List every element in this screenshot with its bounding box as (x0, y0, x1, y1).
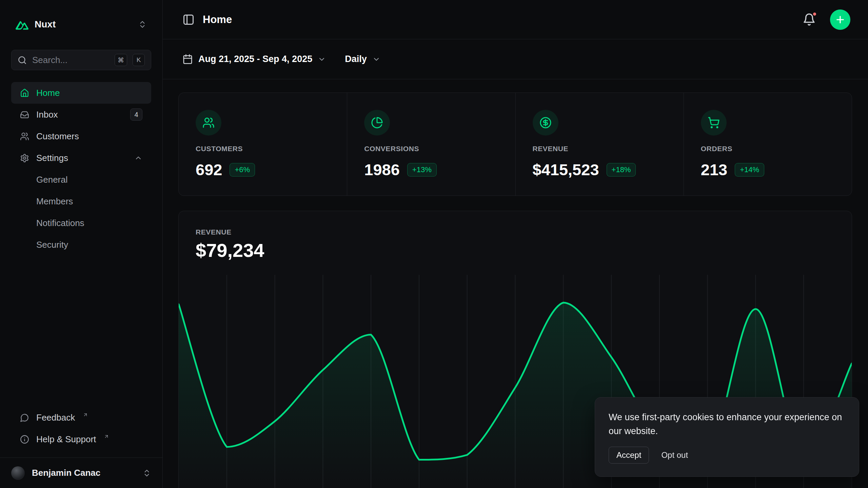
inbox-icon (20, 110, 29, 119)
opt-out-button[interactable]: Opt out (661, 450, 688, 460)
stat-value: 692 (196, 160, 222, 179)
user-menu[interactable]: Benjamin Canac (0, 458, 162, 488)
sidebar-toggle-icon[interactable] (182, 14, 195, 26)
revenue-chart-header: REVENUE $79,234 (179, 211, 852, 260)
chat-bubble-icon (20, 413, 29, 422)
stat-value: 1986 (364, 160, 400, 179)
sidebar-spacer (0, 256, 162, 407)
notifications-button[interactable] (801, 11, 818, 28)
calendar-icon (182, 54, 193, 64)
stat-card-conversions[interactable]: CONVERSIONS 1986 +13% (347, 93, 515, 196)
add-button[interactable] (830, 9, 850, 30)
stat-value: $415,523 (533, 160, 599, 179)
sidebar-item-label: Settings (36, 153, 68, 163)
plus-icon (835, 14, 846, 25)
sidebar-footer: Feedback Help & Support (0, 407, 162, 458)
search-icon (18, 56, 27, 65)
user-name: Benjamin Canac (32, 468, 100, 478)
delta-badge: +14% (735, 163, 764, 177)
sidebar-item-label: Inbox (36, 109, 58, 120)
page-title: Home (203, 14, 232, 26)
filters-bar: Aug 21, 2025 - Sep 4, 2025 Daily (163, 39, 868, 79)
workspace-switcher[interactable]: Nuxt (11, 14, 151, 35)
sidebar-subitem-label: Members (36, 196, 73, 207)
chevrons-up-down-icon (142, 469, 151, 477)
sidebar-nav: Home Inbox 4 Customers Settings (0, 70, 162, 256)
date-range-label: Aug 21, 2025 - Sep 4, 2025 (198, 54, 312, 64)
stat-label: REVENUE (533, 145, 667, 153)
sidebar-subitem-label: Notifications (36, 218, 84, 228)
users-icon (196, 110, 221, 136)
workspace-name: Nuxt (35, 19, 56, 30)
users-icon (20, 132, 29, 141)
cookie-actions: Accept Opt out (609, 447, 845, 464)
sidebar-item-label: Customers (36, 131, 79, 142)
stat-card-customers[interactable]: CUSTOMERS 692 +6% (179, 93, 347, 196)
notification-dot (812, 12, 817, 17)
sidebar-item-help-support[interactable]: Help & Support (11, 428, 151, 450)
chevron-down-icon (372, 55, 380, 63)
chevron-down-icon (318, 55, 326, 63)
sidebar: Nuxt Search... ⌘ K Home (0, 0, 163, 488)
sidebar-item-label: Help & Support (36, 434, 96, 445)
home-icon (20, 88, 29, 98)
delta-badge: +6% (230, 163, 255, 177)
external-link-icon (83, 412, 88, 418)
pie-chart-icon (364, 110, 390, 136)
sidebar-subitem-label: Security (36, 240, 68, 250)
search-placeholder: Search... (32, 55, 109, 65)
sidebar-top: Nuxt (0, 0, 162, 35)
kbd-k: K (133, 54, 145, 66)
sidebar-item-feedback[interactable]: Feedback (11, 407, 151, 428)
sidebar-item-label: Feedback (36, 412, 75, 423)
header-actions (801, 9, 850, 30)
accept-button[interactable]: Accept (609, 447, 649, 464)
sidebar-subitem-members[interactable]: Members (11, 190, 151, 212)
search-input[interactable]: Search... ⌘ K (11, 50, 151, 70)
stat-card-orders[interactable]: ORDERS 213 +14% (684, 93, 852, 196)
gear-icon (20, 154, 29, 163)
sidebar-item-settings[interactable]: Settings (11, 147, 151, 169)
external-link-icon (104, 434, 109, 439)
stats-row: CUSTOMERS 692 +6% CONVERSIONS 1986 +13% (178, 93, 852, 196)
sidebar-subitem-general[interactable]: General (11, 169, 151, 190)
granularity-label: Daily (345, 54, 367, 64)
inbox-count-badge: 4 (130, 108, 142, 121)
avatar (11, 466, 25, 480)
sidebar-item-home[interactable]: Home (11, 82, 151, 104)
revenue-chart-label: REVENUE (196, 228, 835, 236)
sidebar-item-inbox[interactable]: Inbox 4 (11, 104, 151, 125)
stat-label: CONVERSIONS (364, 145, 498, 153)
chevron-up-icon (134, 154, 142, 162)
delta-badge: +18% (607, 163, 636, 177)
sidebar-subitem-label: General (36, 175, 68, 185)
sidebar-item-customers[interactable]: Customers (11, 125, 151, 147)
stat-label: ORDERS (701, 145, 835, 153)
cookie-banner: We use first-party cookies to enhance yo… (595, 397, 859, 477)
page-header: Home (163, 0, 868, 39)
stat-value: 213 (701, 160, 727, 179)
stat-card-revenue[interactable]: REVENUE $415,523 +18% (515, 93, 684, 196)
chevrons-up-down-icon (138, 20, 147, 29)
nuxt-logo-icon (16, 19, 28, 30)
date-range-picker[interactable]: Aug 21, 2025 - Sep 4, 2025 (182, 54, 326, 64)
revenue-chart-value: $79,234 (196, 241, 835, 260)
shopping-cart-icon (701, 110, 727, 136)
stat-label: CUSTOMERS (196, 145, 330, 153)
sidebar-item-label: Home (36, 88, 60, 98)
cookie-message: We use first-party cookies to enhance yo… (609, 410, 845, 438)
info-circle-icon (20, 435, 29, 444)
dollar-circle-icon (533, 110, 558, 136)
delta-badge: +13% (407, 163, 437, 177)
sidebar-subitem-notifications[interactable]: Notifications (11, 212, 151, 234)
kbd-cmd: ⌘ (115, 54, 127, 66)
sidebar-subitem-security[interactable]: Security (11, 234, 151, 256)
granularity-select[interactable]: Daily (345, 54, 380, 64)
